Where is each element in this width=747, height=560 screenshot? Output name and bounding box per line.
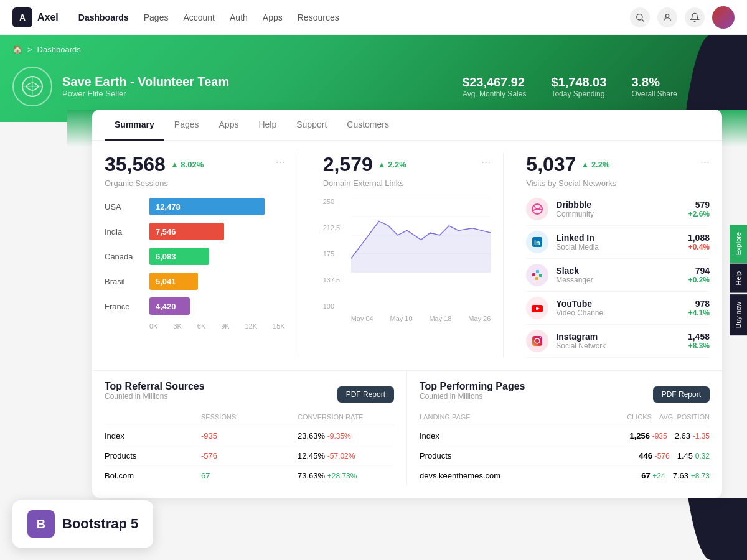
referral-headers: SESSIONS CONVERSION RATE (105, 408, 394, 426)
content-grid: 35,568 ▲ 8.02% Organic Sessions ··· USA (92, 141, 722, 358)
brand-icon: A (12, 7, 32, 27)
referral-row-products: Products -576 12.45% -57.02% (105, 446, 394, 466)
breadcrumb-current: Dashboards (37, 45, 81, 54)
youtube-icon (526, 297, 548, 319)
social-label: Visits by Social Networks (526, 179, 616, 188)
bootstrap-badge: B Bootstrap 5 (12, 500, 153, 548)
referral-row-index: Index -935 23.63% -9.35% (105, 426, 394, 446)
top-pages-title: Top Performing Pages (420, 381, 525, 392)
tab-pages[interactable]: Pages (164, 110, 209, 141)
tab-support[interactable]: Support (286, 110, 337, 141)
breadcrumb-sep: > (27, 45, 32, 54)
bootstrap-text: Bootstrap 5 (62, 516, 138, 532)
referral-section: Top Referral Sources Counted in Millions… (105, 371, 407, 485)
avatar[interactable] (712, 6, 735, 29)
referral-row-bol: Bol.com 67 73.63% +28.73% (105, 466, 394, 485)
stat-monthly-sales: $23,467.92 Avg. Monthly Sales (463, 75, 527, 98)
slack-value: 794 (688, 266, 710, 276)
nav-resources[interactable]: Resources (298, 12, 339, 22)
banner-logo (12, 67, 52, 106)
svg-line-1 (642, 19, 644, 21)
tab-help[interactable]: Help (248, 110, 286, 141)
line-chart-x: May 04 May 10 May 18 May 26 (351, 315, 491, 322)
domain-more-btn[interactable]: ··· (481, 156, 491, 169)
nav-right (630, 6, 735, 29)
dribbble-value: 579 (688, 200, 710, 210)
col-social: 5,037 ▲ 2.2% Visits by Social Networks ·… (516, 153, 710, 358)
svg-point-0 (637, 14, 642, 19)
content-card: Summary Pages Apps Help Support Customer… (92, 110, 722, 498)
bar-chart: USA 12,478 India 7,546 Canad (105, 198, 285, 330)
brand-name: Axel (37, 12, 59, 23)
top-pages-section: Top Performing Pages Counted in Millions… (407, 371, 710, 485)
organic-label: Organic Sessions (105, 179, 204, 188)
explore-btn[interactable]: Explore (730, 225, 747, 263)
youtube-value: 978 (688, 299, 710, 309)
bottom-tables: Top Referral Sources Counted in Millions… (92, 370, 722, 498)
tabs: Summary Pages Apps Help Support Customer… (92, 110, 722, 141)
social-item-slack: Slack Messanger 794 +0.2% (526, 259, 710, 292)
social-more-btn[interactable]: ··· (700, 156, 710, 169)
navbar: A Axel Dashboards Pages Account Auth App… (0, 0, 747, 35)
bar-axis: 0K 3K 6K 9K 12K 15K (105, 322, 285, 330)
top-pages-pdf-btn[interactable]: PDF Report (653, 386, 710, 403)
domain-label: Domain External Links (323, 179, 406, 188)
banner-text: Save Earth - Volunteer Team Power Elite … (62, 75, 463, 98)
social-value-total: 5,037 ▲ 2.2% (526, 153, 616, 176)
social-list: Dribbble Community 579 +2.6% in (526, 188, 710, 358)
svg-point-2 (665, 14, 669, 17)
nav-dashboards[interactable]: Dashboards (78, 12, 129, 22)
search-icon[interactable] (630, 7, 650, 27)
organic-value: 35,568 ▲ 8.02% (105, 153, 204, 176)
nav-links: Dashboards Pages Account Auth Apps Resou… (78, 12, 630, 22)
referral-pdf-btn[interactable]: PDF Report (337, 386, 394, 403)
user-icon[interactable] (657, 7, 677, 27)
stat-today-spending: $1,748.03 Today Spending (551, 75, 606, 98)
nav-apps[interactable]: Apps (263, 12, 283, 22)
youtube-change: +4.1% (688, 309, 710, 317)
svg-rect-17 (535, 277, 538, 280)
social-item-linkedin: in Linked In Social Media 1,088 +0.4% (526, 226, 710, 259)
dribbble-change: +2.6% (688, 210, 710, 218)
bar-row-india: India 7,546 (105, 223, 285, 240)
tab-apps[interactable]: Apps (209, 110, 249, 141)
banner-title: Save Earth - Volunteer Team (62, 75, 463, 89)
linkedin-value: 1,088 (688, 233, 710, 243)
home-icon[interactable]: 🏠 (12, 45, 22, 54)
top-pages-headers: LANDING PAGE CLICKS AVG. POSITION (420, 408, 710, 426)
domain-value: 2,579 ▲ 2.2% (323, 153, 406, 176)
nav-auth[interactable]: Auth (230, 12, 248, 22)
banner-content: Save Earth - Volunteer Team Power Elite … (12, 67, 735, 106)
tab-summary[interactable]: Summary (105, 110, 164, 141)
help-btn[interactable]: Help (730, 264, 747, 293)
bar-row-canada: Canada 6,083 (105, 248, 285, 265)
bar-row-brasil: Brasil 5,041 (105, 273, 285, 290)
buy-now-btn[interactable]: Buy now (730, 294, 747, 335)
line-chart-y: 250 212.5 175 137.5 100 (323, 198, 348, 310)
linkedin-change: +0.4% (688, 243, 710, 251)
social-item-youtube: YouTube Video Channel 978 +4.1% (526, 292, 710, 325)
bar-row-france: France 4,420 (105, 297, 285, 315)
nav-pages[interactable]: Pages (144, 12, 169, 22)
referral-title: Top Referral Sources (105, 381, 205, 392)
banner-subtitle: Power Elite Seller (62, 89, 463, 98)
top-pages-subtitle: Counted in Millions (420, 392, 525, 401)
instagram-icon (526, 330, 548, 352)
stat-header-domain: 2,579 ▲ 2.2% Domain External Links ··· (323, 153, 491, 188)
instagram-value: 1,458 (688, 332, 710, 342)
dribbble-icon (526, 198, 548, 220)
brand[interactable]: A Axel (12, 7, 59, 27)
tab-customers[interactable]: Customers (337, 110, 399, 141)
organic-more-btn[interactable]: ··· (276, 156, 285, 169)
notifications-icon[interactable] (685, 7, 705, 27)
slack-icon (526, 264, 548, 286)
bootstrap-icon: B (27, 510, 55, 538)
social-item-instagram: Instagram Social Network 1,458 +8.3% (526, 325, 710, 358)
slack-change: +0.2% (688, 276, 710, 284)
top-pages-row-products: Products 446 -576 1.45 0.32 (420, 446, 710, 466)
svg-rect-16 (539, 274, 542, 277)
nav-account[interactable]: Account (183, 12, 215, 22)
stat-header-social: 5,037 ▲ 2.2% Visits by Social Networks ·… (526, 153, 710, 188)
referral-subtitle: Counted in Millions (105, 392, 205, 401)
top-pages-row-index: Index 1,256 -935 2.63 -1.35 (420, 426, 710, 446)
